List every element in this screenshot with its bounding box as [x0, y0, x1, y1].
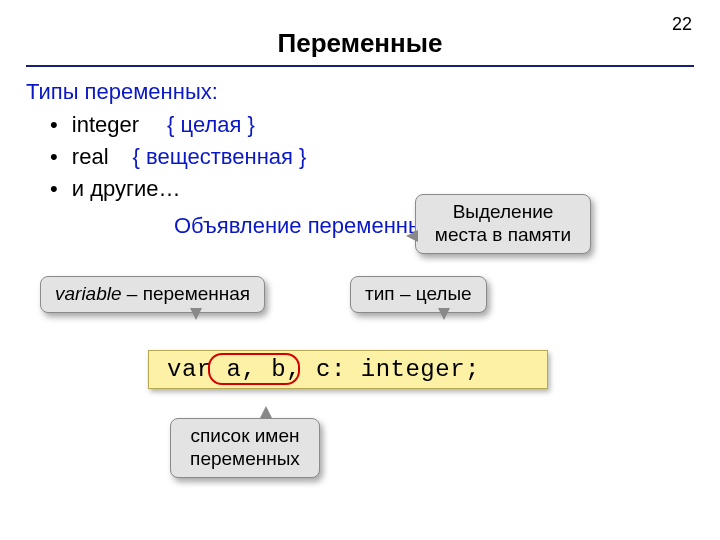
types-heading: Типы переменных: — [26, 79, 694, 105]
type-comment: { вещественная } — [133, 144, 307, 169]
callout-type: тип – целые — [350, 276, 487, 313]
type-name: и другие… — [72, 176, 181, 201]
code-example: var a, b, c: integer; — [148, 350, 548, 389]
callout-pointer-icon — [438, 308, 450, 320]
callout-pointer-icon — [190, 308, 202, 320]
list-item: и другие… — [50, 173, 694, 205]
types-list: integer{ целая } real{ вещественная } и … — [50, 109, 694, 205]
type-name: integer — [72, 112, 139, 137]
callout-pointer-icon — [260, 406, 272, 418]
content-area: Типы переменных: integer{ целая } real{ … — [0, 67, 720, 239]
page-number: 22 — [672, 14, 692, 35]
type-name: real — [72, 144, 109, 169]
callout-variable: variable – переменная — [40, 276, 265, 313]
callout-memory: Выделение места в памяти — [415, 194, 591, 254]
type-comment: { целая } — [167, 112, 255, 137]
callout-names: список имен переменных — [170, 418, 320, 478]
list-item: real{ вещественная } — [50, 141, 694, 173]
callout-variable-em: variable — [55, 283, 122, 304]
callout-pointer-icon — [406, 230, 418, 242]
page-title: Переменные — [0, 0, 720, 65]
list-item: integer{ целая } — [50, 109, 694, 141]
callout-variable-rest: – переменная — [122, 283, 251, 304]
